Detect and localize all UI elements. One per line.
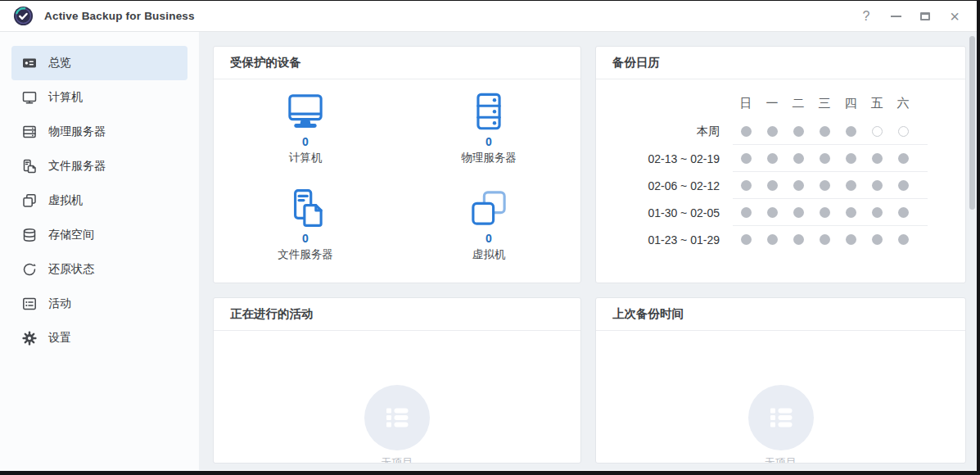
overview-icon: [21, 55, 38, 71]
card-backup-calendar: 备份日历 日一二三四五六本周02-13 ~ 02-1902-06 ~ 02-12…: [595, 46, 966, 283]
device-tile-physical-server[interactable]: 0物理服务器: [397, 89, 580, 186]
vm-device-icon: [467, 186, 511, 230]
backup-status-dot-filled: [767, 126, 778, 137]
window-controls: ? ×: [856, 6, 965, 27]
backup-status-dot-filled: [793, 180, 804, 191]
backup-status-dot-filled: [846, 180, 856, 191]
sidebar-item-label: 活动: [48, 296, 71, 311]
calendar-day-header: 三: [811, 96, 838, 111]
backup-status-dot-filled: [767, 234, 778, 245]
backup-status-dot-filled: [793, 126, 804, 137]
restore-icon: [21, 261, 38, 278]
sidebar-item-label: 存储空间: [48, 228, 94, 242]
sidebar-item-physical-servers[interactable]: 物理服务器: [11, 115, 187, 149]
device-tile-computer[interactable]: 0计算机: [214, 89, 397, 186]
backup-status-dot-filled: [741, 126, 752, 137]
close-button[interactable]: ×: [944, 6, 965, 27]
backup-status-dot-filled: [793, 207, 804, 218]
calendar-week-label: 01-23 ~ 01-29: [596, 233, 720, 247]
calendar-day-header: 日: [733, 96, 759, 111]
backup-status-dot-hollow: [898, 126, 909, 137]
sidebar-item-label: 计算机: [48, 90, 83, 105]
backup-status-dot-filled: [872, 153, 883, 164]
sidebar-item-virtual-machines[interactable]: 虚拟机: [11, 183, 187, 218]
card-title-backup-calendar: 备份日历: [612, 55, 660, 70]
sidebar-item-label: 文件服务器: [48, 159, 106, 174]
sidebar-item-computers[interactable]: 计算机: [11, 80, 187, 115]
sidebar-item-label: 物理服务器: [48, 124, 106, 139]
card-header: 受保护的设备: [214, 47, 580, 79]
minimize-icon: [891, 16, 901, 17]
calendar-week-label: 本周: [596, 124, 720, 139]
calendar-day-header: 二: [785, 96, 811, 111]
sidebar-item-activities[interactable]: 活动: [11, 287, 187, 321]
empty-text: 无项目: [382, 455, 413, 464]
sidebar-item-settings[interactable]: 设置: [11, 321, 187, 355]
sidebar-item-storage[interactable]: 存储空间: [11, 218, 187, 252]
computer-icon: [21, 89, 38, 106]
calendar-day-header: 一: [759, 96, 785, 111]
sidebar: 总览计算机物理服务器文件服务器虚拟机存储空间还原状态活动设置: [0, 32, 199, 470]
device-tiles: 0计算机0物理服务器0文件服务器0虚拟机: [214, 79, 580, 283]
backup-status-dot-filled: [872, 234, 883, 245]
scrollbar-thumb[interactable]: [969, 36, 975, 210]
maximize-button[interactable]: [915, 6, 936, 27]
backup-status-dot-filled: [793, 234, 804, 245]
device-tile-file-server[interactable]: 0文件服务器: [214, 186, 397, 283]
screen: Active Backup for Business ? × 总览计算机物理服务…: [0, 0, 980, 475]
backup-status-dot-filled: [741, 180, 752, 191]
backup-status-dot-filled: [846, 153, 856, 164]
calendar-day-header-row: 日一二三四五六: [596, 91, 965, 115]
calendar-week-row: 02-13 ~ 02-19: [596, 145, 965, 172]
backup-status-dot-filled: [820, 153, 830, 164]
close-icon: ×: [950, 8, 960, 25]
backup-status-dot-filled: [741, 234, 752, 245]
backup-status-dot-filled: [767, 180, 778, 191]
app-title: Active Backup for Business: [44, 10, 195, 22]
calendar-week-label: 01-30 ~ 02-05: [596, 206, 720, 219]
file-server-icon: [21, 158, 38, 174]
empty-text: 无项目: [765, 455, 797, 464]
sidebar-item-label: 总览: [48, 56, 71, 70]
card-header: 上次备份时间: [596, 298, 965, 331]
file-server-device-icon: [283, 186, 327, 230]
calendar-week-row: 01-23 ~ 01-29: [596, 226, 965, 253]
device-label: 计算机: [289, 151, 323, 165]
backup-status-dot-filled: [898, 180, 909, 191]
card-title-ongoing-activities: 正在进行的活动: [230, 306, 314, 322]
calendar-week-row: 本周: [596, 118, 965, 145]
device-count: 0: [302, 232, 309, 245]
sidebar-item-restore-status[interactable]: 还原状态: [11, 252, 187, 287]
empty-list-icon: [364, 385, 430, 450]
backup-calendar: 日一二三四五六本周02-13 ~ 02-1902-06 ~ 02-1201-30…: [596, 79, 965, 253]
sidebar-item-overview[interactable]: 总览: [11, 46, 187, 80]
computer-device-icon: [283, 89, 327, 133]
calendar-week-row: 01-30 ~ 02-05: [596, 199, 965, 226]
app-body: 总览计算机物理服务器文件服务器虚拟机存储空间还原状态活动设置 受保护的设备 0计…: [0, 32, 977, 470]
sidebar-item-file-servers[interactable]: 文件服务器: [11, 149, 187, 183]
backup-status-dot-filled: [793, 153, 804, 164]
card-title-last-backup-time: 上次备份时间: [612, 306, 684, 322]
physical-server-icon: [21, 124, 38, 140]
app-window: Active Backup for Business ? × 总览计算机物理服务…: [0, 1, 977, 471]
storage-icon: [21, 227, 38, 243]
backup-status-dot-filled: [741, 207, 752, 218]
calendar-week-row: 02-06 ~ 02-12: [596, 172, 965, 199]
activity-icon: [21, 296, 38, 312]
scrollbar[interactable]: [969, 36, 975, 466]
backup-status-dot-filled: [767, 207, 778, 218]
card-protected-devices: 受保护的设备 0计算机0物理服务器0文件服务器0虚拟机: [213, 46, 581, 283]
backup-status-dot-hollow: [872, 126, 883, 137]
backup-status-dot-filled: [741, 153, 752, 164]
card-title-protected-devices: 受保护的设备: [230, 55, 301, 70]
card-ongoing-activities: 正在进行的活动 无项目: [213, 297, 581, 464]
empty-state: 无项目: [214, 331, 580, 464]
sidebar-item-label: 设置: [48, 331, 71, 346]
help-button[interactable]: ?: [856, 6, 877, 27]
titlebar: Active Backup for Business ? ×: [0, 1, 977, 32]
vm-icon: [21, 192, 38, 209]
minimize-button[interactable]: [885, 6, 906, 27]
device-count: 0: [485, 135, 492, 148]
device-tile-virtual-machine[interactable]: 0虚拟机: [397, 186, 580, 283]
device-count: 0: [485, 232, 492, 245]
